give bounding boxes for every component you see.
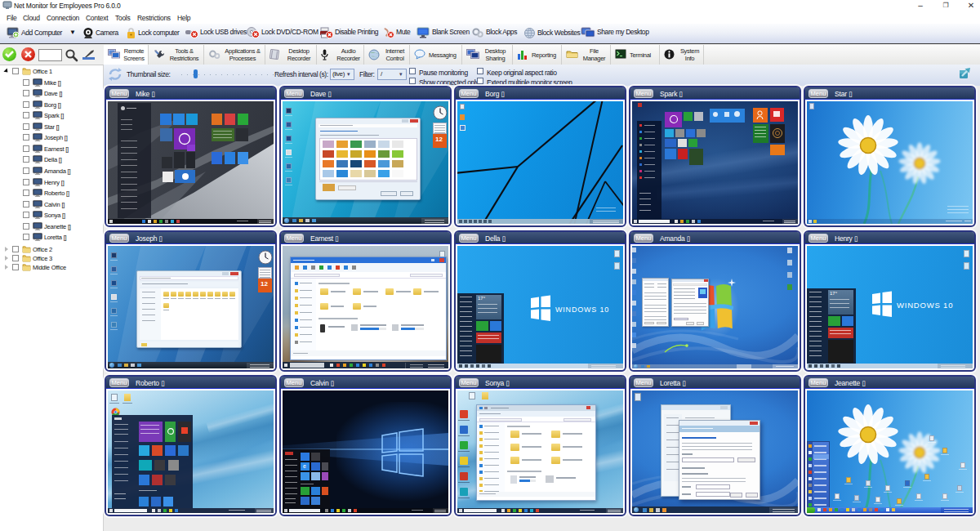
svg-text:WINDOWS 10: WINDOWS 10	[897, 301, 953, 310]
svg-text:WINDOWS 10: WINDOWS 10	[555, 306, 609, 314]
